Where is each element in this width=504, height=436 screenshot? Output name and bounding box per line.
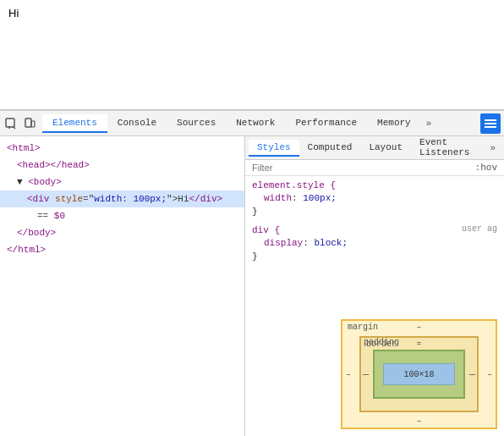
tab-sources[interactable]: Sources [167,114,226,133]
tab-console[interactable]: Console [107,114,167,133]
margin-bottom: – [416,417,421,426]
styles-panel: Styles Computed Layout Event Listeners »… [245,136,504,436]
tab-performance[interactable]: Performance [285,114,367,133]
box-model-section: margin – – – – border – – – [245,312,504,436]
sub-tab-overflow[interactable]: » [485,141,501,156]
css-close-brace-1: } [252,206,497,218]
dom-line-html-close: </html> [0,241,244,258]
device-icon[interactable] [22,116,37,131]
css-rule-element-style: element.style { width: 100px; } [252,179,497,218]
dom-panel: <html> <head></head> ▼ <body> <div style… [0,136,245,436]
dom-line-body: ▼ <body> [0,174,244,190]
tab-memory[interactable]: Memory [367,114,421,133]
dom-line-dollar: == $0 [0,207,244,224]
css-close-brace-2: } [252,251,497,262]
filter-bar: :hov [245,160,504,176]
tab-elements[interactable]: Elements [42,114,107,133]
padding-left: – [362,370,367,379]
tab-overflow[interactable]: » [421,115,437,132]
css-rule-div: div { user ag display: block; } [252,224,497,262]
styles-sub-tab-bar: Styles Computed Layout Event Listeners » [245,136,504,160]
inspect-icon[interactable] [3,116,19,131]
margin-top: – [416,323,421,332]
filter-hov-label[interactable]: :hov [475,163,497,173]
svg-rect-4 [31,121,35,127]
devtools-panel: Elements Console Sources Network Perform… [0,110,504,436]
css-property-display: display: block; [252,236,497,251]
page-text: Hi [8,7,19,19]
box-padding-inner: 100×18 [373,350,465,399]
margin-right: – [487,370,492,379]
devtools-icons [3,116,37,131]
css-selector-div: div { user ag [252,224,497,236]
margin-label: margin [348,323,378,332]
svg-rect-3 [25,119,31,127]
padding-top: – [416,338,421,347]
devtools-menu-button[interactable] [480,113,501,134]
box-model: margin – – – – border – – – [341,319,497,429]
devtools-tab-bar: Elements Console Sources Network Perform… [0,111,504,136]
svg-rect-5 [485,119,496,121]
sub-tab-layout[interactable]: Layout [360,140,411,157]
box-padding-wrapper: padding – – – 100×18 [359,336,479,412]
css-selector-element: element.style { [252,179,497,191]
sub-tab-styles[interactable]: Styles [249,140,299,157]
sub-tab-computed[interactable]: Computed [299,140,361,157]
content-size: 100×18 [403,370,434,379]
css-rules-area: element.style { width: 100px; } div { us… [245,176,504,312]
svg-rect-6 [485,123,496,124]
padding-label: padding [364,338,399,347]
box-content: 100×18 [383,363,455,385]
tab-network[interactable]: Network [226,114,285,133]
svg-rect-7 [485,126,496,128]
devtools-body: <html> <head></head> ▼ <body> <div style… [0,136,504,436]
sub-tab-event-listeners[interactable]: Event Listeners [411,136,485,162]
dom-line-div[interactable]: <div style="width: 100px;">Hi</div> [0,190,244,207]
margin-left: – [346,370,351,379]
dom-line-html: <html> [0,140,244,157]
dom-line-body-close: </body> [0,224,244,241]
dom-line-head: <head></head> [0,157,244,174]
padding-right: – [471,370,476,379]
css-property-width: width: 100px; [252,191,497,206]
page-content: Hi [0,0,504,110]
filter-input[interactable] [252,163,475,173]
